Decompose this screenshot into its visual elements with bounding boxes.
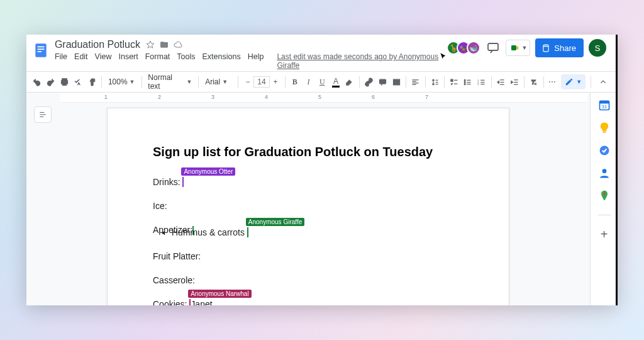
meet-button[interactable]: ▼	[506, 40, 530, 56]
tasks-app-icon[interactable]	[598, 144, 611, 157]
document-scroll[interactable]: 1 2 3 4 5 6 7 Sign up list for Graduatio…	[26, 93, 590, 305]
presence-avatar[interactable]: 🐋	[467, 41, 480, 55]
titlebar-right: 🦒 🦦 🐋 ▼ Share S	[447, 38, 613, 57]
line-spacing-icon[interactable]	[430, 75, 441, 89]
outline-toggle-icon[interactable]	[34, 106, 52, 123]
collab-cursor-narwhal: Anonymous Narwhal	[189, 299, 191, 305]
hide-menus-icon[interactable]	[596, 75, 610, 89]
toolbar: A 100%▼ Normal text▼ Arial▼ − 14 + B I U…	[26, 71, 618, 93]
paragraph-style-select[interactable]: Normal text▼	[145, 73, 194, 91]
star-icon[interactable]	[145, 40, 155, 50]
doc-heading[interactable]: Sign up list for Graduation Potluck on T…	[153, 145, 464, 159]
ruler-mark: 7	[425, 94, 428, 100]
font-select[interactable]: Arial▼	[203, 77, 234, 86]
side-panel-divider	[598, 215, 611, 215]
more-icon[interactable]: ⋯	[547, 75, 558, 89]
presence-avatars[interactable]: 🦒 🦦 🐋	[447, 41, 480, 55]
indent-increase-icon[interactable]	[509, 75, 520, 89]
image-icon[interactable]	[391, 75, 402, 89]
ruler-mark: 6	[372, 94, 375, 100]
svg-rect-14	[450, 79, 452, 81]
list-item[interactable]: Hummus & carrots Anonymous Giraffe	[172, 227, 464, 237]
zoom-select[interactable]: 100%▼	[106, 77, 138, 86]
menu-view[interactable]: View	[95, 52, 112, 70]
account-avatar[interactable]: S	[589, 39, 606, 57]
doc-line-cookies[interactable]: Cookies: Anonymous NarwhalJanet	[153, 299, 464, 305]
bullet-list-icon[interactable]	[462, 75, 474, 89]
font-size-input[interactable]: 14	[253, 76, 270, 88]
checklist-icon[interactable]	[448, 75, 460, 89]
doc-line-fruit[interactable]: Fruit Platter:	[153, 251, 464, 261]
redo-icon[interactable]	[45, 75, 57, 89]
maps-app-icon[interactable]	[598, 190, 611, 202]
doc-title[interactable]: Graduation Potluck	[53, 38, 142, 51]
menu-format[interactable]: Format	[145, 52, 170, 70]
spellcheck-icon[interactable]: A	[72, 75, 84, 89]
svg-point-16	[465, 81, 466, 82]
menu-help[interactable]: Help	[248, 52, 264, 70]
last-edit-link[interactable]: Last edit was made seconds ago by Anonym…	[277, 52, 447, 70]
text: Hummus & carrots	[172, 227, 247, 237]
window-edge	[616, 35, 618, 305]
svg-rect-11	[379, 79, 386, 84]
link-icon[interactable]	[364, 75, 375, 89]
doc-line-ice[interactable]: Ice:	[153, 201, 464, 211]
title-row: Graduation Potluck	[53, 38, 447, 51]
menu-extensions[interactable]: Extensions	[203, 52, 241, 70]
cloud-status-icon[interactable]	[173, 40, 183, 50]
highlight-button[interactable]	[344, 75, 355, 89]
doc-line-casserole[interactable]: Casserole:	[153, 275, 464, 285]
font-size-plus[interactable]: +	[270, 77, 281, 86]
svg-rect-1	[38, 47, 45, 48]
svg-rect-6	[511, 45, 516, 50]
page[interactable]: Sign up list for Graduation Potluck on T…	[107, 108, 509, 305]
editing-mode-button[interactable]: ▼	[561, 74, 586, 89]
svg-point-15	[465, 79, 466, 81]
docs-logo-icon[interactable]	[33, 40, 50, 61]
bold-button[interactable]: B	[289, 75, 301, 89]
svg-point-17	[465, 83, 466, 84]
app-window: Graduation Potluck File Edit View Insert…	[26, 35, 618, 305]
svg-rect-2	[38, 48, 45, 50]
bullet-list[interactable]: Hummus & carrots Anonymous Giraffe	[172, 227, 464, 237]
comment-icon[interactable]	[377, 75, 388, 89]
undo-icon[interactable]	[31, 75, 43, 89]
ruler-mark: 5	[318, 94, 321, 100]
ruler[interactable]: 1 2 3 4 5 6 7	[60, 93, 587, 103]
underline-button[interactable]: U	[316, 75, 328, 89]
svg-rect-3	[38, 51, 42, 52]
align-icon[interactable]	[410, 75, 421, 89]
share-button[interactable]: Share	[535, 38, 584, 57]
titlebar: Graduation Potluck File Edit View Insert…	[26, 35, 618, 71]
svg-point-26	[602, 169, 606, 173]
move-folder-icon[interactable]	[159, 40, 169, 50]
share-label: Share	[554, 43, 576, 53]
svg-rect-9	[62, 82, 66, 85]
collab-flag: Anonymous Otter	[181, 167, 235, 176]
paint-format-icon[interactable]	[86, 75, 97, 89]
svg-text:3: 3	[477, 82, 479, 85]
addons-plus-icon[interactable]: +	[601, 228, 608, 241]
collab-flag: Anonymous Narwhal	[188, 290, 251, 298]
italic-button[interactable]: I	[303, 75, 314, 89]
svg-text:31: 31	[601, 104, 606, 110]
svg-point-27	[603, 193, 606, 195]
indent-decrease-icon[interactable]	[495, 75, 506, 89]
calendar-app-icon[interactable]: 31	[598, 99, 611, 111]
contacts-app-icon[interactable]	[598, 167, 611, 179]
text: Janet	[191, 299, 212, 305]
keep-app-icon[interactable]	[598, 122, 611, 134]
numbered-list-icon[interactable]: 123	[476, 75, 487, 89]
doc-line-drinks[interactable]: Drinks: Anonymous Otter	[153, 177, 464, 187]
menu-edit[interactable]: Edit	[74, 52, 88, 70]
menu-tools[interactable]: Tools	[177, 52, 195, 70]
menu-file[interactable]: File	[55, 52, 67, 70]
menu-insert[interactable]: Insert	[118, 52, 138, 70]
comment-history-icon[interactable]	[486, 40, 501, 55]
print-icon[interactable]	[59, 75, 70, 89]
svg-rect-22	[599, 101, 609, 103]
font-size-minus[interactable]: −	[242, 77, 253, 86]
text-color-button[interactable]: A	[330, 75, 341, 89]
clear-format-icon[interactable]	[528, 75, 540, 89]
svg-rect-24	[602, 132, 606, 133]
